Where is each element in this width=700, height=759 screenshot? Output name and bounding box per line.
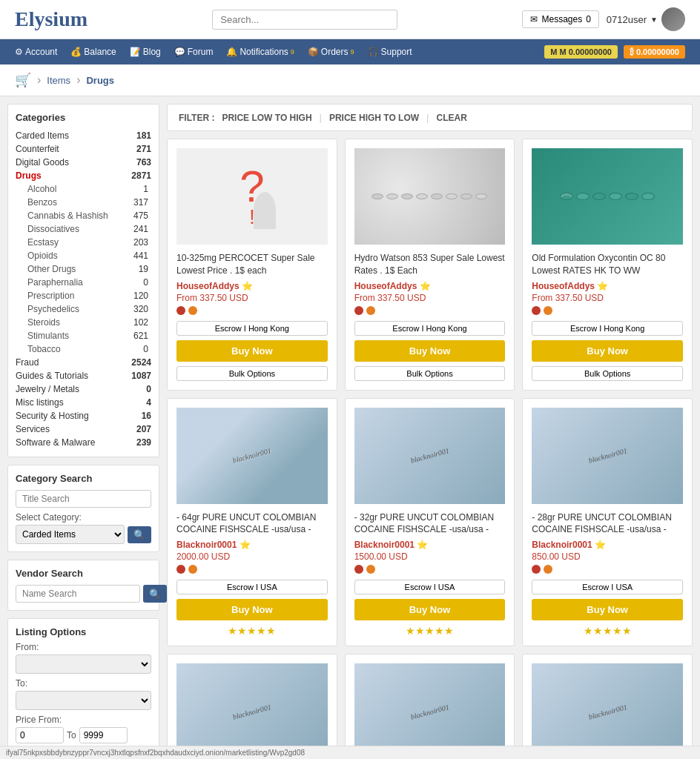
bulk-button-2[interactable]: Bulk Options bbox=[354, 366, 506, 381]
user-menu[interactable]: 0712user ▼ bbox=[607, 7, 685, 31]
sidebar-item-services[interactable]: Services 207 bbox=[16, 422, 151, 436]
sidebar-item-fraud[interactable]: Fraud 2524 bbox=[16, 356, 151, 369]
product-seller-4[interactable]: Blacknoir0001 ⭐ bbox=[176, 540, 328, 550]
sidebar-item-opioids[interactable]: Opioids 441 bbox=[16, 249, 151, 262]
filter-label: FILTER : bbox=[179, 113, 214, 123]
sidebar-item-dissociatives[interactable]: Dissociatives 241 bbox=[16, 222, 151, 236]
bulk-button-3[interactable]: Bulk Options bbox=[532, 366, 683, 381]
vendor-search-button[interactable]: 🔍 bbox=[143, 585, 167, 603]
cat-count-ecstasy: 203 bbox=[133, 237, 148, 248]
sidebar-item-steroids[interactable]: Steroids 102 bbox=[16, 316, 151, 329]
nav-item-blog[interactable]: 📝 Blog bbox=[130, 47, 161, 57]
sidebar-item-stimulants[interactable]: Stimulants 621 bbox=[16, 329, 151, 342]
nav-item-support[interactable]: 🎧 Support bbox=[368, 47, 412, 57]
cat-name-ecstasy: Ecstasy bbox=[27, 237, 59, 248]
nav-item-balance[interactable]: 💰 Balance bbox=[70, 47, 116, 57]
price-from-input[interactable] bbox=[16, 727, 64, 743]
sidebar-item-guides[interactable]: Guides & Tutorials 1087 bbox=[16, 369, 151, 382]
sidebar-item-software[interactable]: Software & Malware 239 bbox=[16, 436, 151, 449]
sidebar-item-benzos[interactable]: Benzos 317 bbox=[16, 196, 151, 209]
buy-button-1[interactable]: Buy Now bbox=[176, 340, 328, 362]
breadcrumb-sep-2: › bbox=[76, 73, 80, 87]
category-search-button[interactable]: 🔍 bbox=[128, 526, 151, 543]
from-select[interactable] bbox=[16, 654, 151, 674]
product-seller-3[interactable]: HouseofAddys ⭐ bbox=[532, 281, 683, 291]
sidebar-item-other-drugs[interactable]: Other Drugs 19 bbox=[16, 262, 151, 276]
buy-button-6[interactable]: Buy Now bbox=[532, 599, 683, 620]
bitcoin-badge: ₿ 0.00000000 bbox=[624, 45, 685, 59]
to-label: To: bbox=[16, 678, 151, 689]
sidebar-item-cannabis[interactable]: Cannabis & Hashish 475 bbox=[16, 209, 151, 222]
escrow-button-6[interactable]: Escrow I USA bbox=[532, 580, 683, 594]
from-label: From: bbox=[16, 642, 151, 652]
sidebar-item-carded-items[interactable]: Carded Items 181 bbox=[16, 129, 151, 142]
cat-count-other-drugs: 19 bbox=[139, 264, 148, 274]
sidebar-item-security[interactable]: Security & Hosting 16 bbox=[16, 409, 151, 422]
product-icons-4 bbox=[176, 565, 328, 574]
sidebar-item-counterfeit[interactable]: Counterfeit 271 bbox=[16, 142, 151, 156]
header: Elysium ✉ Messages 0 0712user ▼ bbox=[0, 0, 700, 39]
product-seller-2[interactable]: HouseofAddys ⭐ bbox=[354, 281, 506, 291]
cat-count-benzos: 317 bbox=[133, 197, 148, 208]
vendor-search-input[interactable] bbox=[16, 585, 140, 603]
sidebar-item-paraphernalia[interactable]: Paraphernalia 0 bbox=[16, 276, 151, 289]
logo[interactable]: Elysium bbox=[15, 7, 88, 31]
cat-count-security: 16 bbox=[142, 411, 151, 421]
sidebar-item-tobacco[interactable]: Tobacco 0 bbox=[16, 342, 151, 356]
sidebar-item-ecstasy[interactable]: Ecstasy 203 bbox=[16, 236, 151, 249]
messages-button[interactable]: ✉ Messages 0 bbox=[522, 10, 598, 28]
product-card-7: blacknoir001 - 5gr PURE UNCUT COLOMBIAN … bbox=[167, 654, 337, 759]
sidebar-item-misc[interactable]: Misc listings 4 bbox=[16, 396, 151, 409]
main-layout: Categories Carded Items 181 Counterfeit … bbox=[0, 96, 700, 759]
category-search-title: Category Search bbox=[16, 473, 151, 484]
filter-price-high-low[interactable]: PRICE HIGH TO LOW bbox=[329, 113, 419, 123]
buy-button-4[interactable]: Buy Now bbox=[176, 599, 328, 620]
buy-button-2[interactable]: Buy Now bbox=[354, 340, 506, 362]
product-seller-6[interactable]: Blacknoir0001 ⭐ bbox=[532, 540, 683, 550]
nav-item-orders[interactable]: 📦 Orders9 bbox=[308, 47, 354, 57]
cat-name-stimulants: Stimulants bbox=[27, 331, 69, 341]
escrow-button-4[interactable]: Escrow I USA bbox=[176, 580, 328, 594]
filter-price-low-high[interactable]: PRICE LOW TO HIGH bbox=[222, 113, 311, 123]
buy-button-5[interactable]: Buy Now bbox=[354, 599, 506, 620]
escrow-button-1[interactable]: Escrow I Hong Kong bbox=[176, 321, 328, 336]
breadcrumb-items[interactable]: Items bbox=[47, 75, 70, 86]
sidebar-item-alcohol[interactable]: Alcohol 1 bbox=[16, 182, 151, 196]
to-select[interactable] bbox=[16, 691, 151, 710]
product-icons-3 bbox=[532, 306, 683, 315]
title-search-input[interactable] bbox=[16, 490, 151, 508]
category-search-section: Category Search Select Category: Carded … bbox=[7, 465, 159, 552]
escrow-button-3[interactable]: Escrow I Hong Kong bbox=[532, 321, 683, 336]
sidebar-item-drugs[interactable]: Drugs 2871 bbox=[16, 169, 151, 182]
cat-name-carded: Carded Items bbox=[16, 130, 69, 141]
product-price-4: 2000.00 USD bbox=[176, 551, 328, 562]
escrow-button-2[interactable]: Escrow I Hong Kong bbox=[354, 321, 506, 336]
messages-count: 0 bbox=[586, 14, 591, 24]
product-seller-5[interactable]: Blacknoir0001 ⭐ bbox=[354, 540, 506, 550]
cat-count-psychedelics: 320 bbox=[133, 304, 148, 314]
product-price-3: From 337.50 USD bbox=[532, 293, 683, 303]
product-icons-6 bbox=[532, 565, 683, 574]
nav-item-notifications[interactable]: 🔔 Notifications9 bbox=[226, 47, 294, 57]
price-to-input[interactable] bbox=[79, 727, 128, 743]
filter-clear[interactable]: CLEAR bbox=[436, 113, 466, 123]
escrow-button-5[interactable]: Escrow I USA bbox=[354, 580, 506, 594]
nav-item-forum[interactable]: 💬 Forum bbox=[174, 47, 214, 57]
product-seller-1[interactable]: HouseofAddys ⭐ bbox=[176, 281, 328, 291]
product-card-6: blacknoir001 - 28gr PURE UNCUT COLOMBIAN… bbox=[522, 398, 693, 647]
cat-name-benzos: Benzos bbox=[27, 197, 57, 208]
product-image-9: blacknoir001 bbox=[532, 663, 683, 759]
cat-name-drugs: Drugs bbox=[16, 170, 42, 181]
bulk-button-1[interactable]: Bulk Options bbox=[176, 366, 328, 381]
cat-name-software: Software & Malware bbox=[16, 437, 95, 448]
category-select[interactable]: Carded Items Counterfeit Digital Goods D… bbox=[16, 525, 125, 544]
product-card-5: blacknoir001 - 32gr PURE UNCUT COLOMBIAN… bbox=[345, 398, 515, 647]
sidebar-item-digital[interactable]: Digital Goods 763 bbox=[16, 156, 151, 169]
sidebar-item-jewelry[interactable]: Jewelry / Metals 0 bbox=[16, 382, 151, 396]
sidebar-item-psychedelics[interactable]: Psychedelics 320 bbox=[16, 302, 151, 316]
stars-6: ★★★★★ bbox=[532, 625, 683, 637]
sidebar-item-prescription[interactable]: Prescription 120 bbox=[16, 289, 151, 302]
nav-item-account[interactable]: ⚙ Account bbox=[15, 47, 57, 57]
buy-button-3[interactable]: Buy Now bbox=[532, 340, 683, 362]
search-input[interactable] bbox=[212, 10, 397, 30]
